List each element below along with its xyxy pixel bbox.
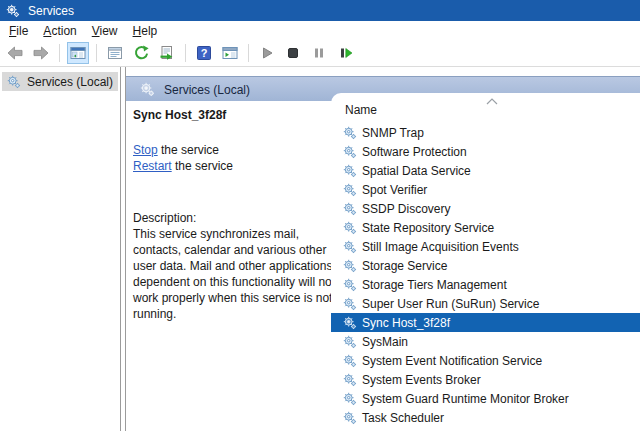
- service-gear-icon: [343, 145, 357, 159]
- menu-help[interactable]: Help: [133, 24, 158, 38]
- back-button[interactable]: [4, 42, 26, 64]
- forward-button[interactable]: [30, 42, 52, 64]
- stop-line: Stop the service: [133, 142, 342, 158]
- menu-file[interactable]: File: [9, 24, 28, 38]
- service-name: Storage Service: [362, 259, 447, 273]
- service-row[interactable]: System Guard Runtime Monitor Broker: [331, 389, 640, 408]
- service-gear-icon: [343, 316, 357, 330]
- stop-service-link[interactable]: Stop: [133, 143, 158, 157]
- service-gear-icon: [343, 183, 357, 197]
- restart-service-button[interactable]: [334, 42, 356, 64]
- service-name: Software Protection: [362, 145, 467, 159]
- service-gear-icon: [343, 240, 357, 254]
- service-name: Super User Run (SuRun) Service: [362, 297, 539, 311]
- console-tree-icon: [70, 45, 86, 61]
- refresh-button[interactable]: [130, 42, 152, 64]
- service-gear-icon: [343, 221, 357, 235]
- pause-service-button[interactable]: [308, 42, 330, 64]
- service-name: Sync Host_3f28f: [362, 316, 450, 330]
- extended-view-panel: Sync Host_3f28f Stop the service Restart…: [126, 101, 342, 431]
- service-list: SNMP Trap Software Protection Spatial Da…: [331, 123, 640, 431]
- menu-action[interactable]: Action: [43, 24, 76, 38]
- stop-service-button[interactable]: [282, 42, 304, 64]
- start-service-button[interactable]: [256, 42, 278, 64]
- toolbar-separator: [185, 44, 186, 62]
- name-column-header[interactable]: Name: [345, 103, 377, 117]
- service-row[interactable]: SysMain: [331, 332, 640, 351]
- export-list-icon: [159, 45, 175, 61]
- service-gear-icon: [343, 373, 357, 387]
- service-row[interactable]: Super User Run (SuRun) Service: [331, 294, 640, 313]
- service-name: Storage Tiers Management: [362, 278, 507, 292]
- service-gear-icon: [343, 297, 357, 311]
- service-name: System Event Notification Service: [362, 354, 542, 368]
- start-service-icon: [259, 45, 275, 61]
- restart-line: Restart the service: [133, 158, 342, 174]
- sort-ascending-icon: [486, 98, 498, 105]
- titlebar[interactable]: Services: [0, 0, 640, 21]
- service-row[interactable]: Storage Tiers Management: [331, 275, 640, 294]
- description-label: Description:: [133, 210, 342, 226]
- service-name: SSDP Discovery: [362, 202, 450, 216]
- tree-item-label: Services (Local): [27, 75, 113, 89]
- show-action-pane-button[interactable]: [219, 42, 241, 64]
- service-actions: Stop the service Restart the service: [133, 142, 342, 174]
- selected-service-title: Sync Host_3f28f: [133, 108, 342, 122]
- toolbar: ?: [0, 40, 640, 67]
- service-gear-icon: [343, 126, 357, 140]
- toolbar-separator: [248, 44, 249, 62]
- service-row[interactable]: Task Scheduler: [331, 408, 640, 427]
- service-name: System Events Broker: [362, 373, 481, 387]
- service-row[interactable]: Spatial Data Service: [331, 161, 640, 180]
- service-name: System Guard Runtime Monitor Broker: [362, 392, 569, 406]
- service-row[interactable]: System Events Broker: [331, 370, 640, 389]
- service-row[interactable]: Sync Host_3f28f: [331, 313, 640, 332]
- service-row[interactable]: SSDP Discovery: [331, 199, 640, 218]
- tree-item-services-local[interactable]: Services (Local): [2, 72, 118, 91]
- console-tree-pane: Services (Local): [0, 67, 121, 431]
- restart-line-text: the service: [172, 159, 233, 173]
- service-name: SNMP Trap: [362, 126, 424, 140]
- service-row[interactable]: Still Image Acquisition Events: [331, 237, 640, 256]
- service-gear-icon: [343, 411, 357, 425]
- pane-header-gear-icon: [140, 82, 155, 97]
- help-button[interactable]: ?: [193, 42, 215, 64]
- service-gear-icon: [343, 202, 357, 216]
- services-app-icon: [6, 4, 20, 18]
- action-pane-icon: [222, 45, 238, 61]
- properties-icon: [107, 45, 123, 61]
- menu-view[interactable]: View: [92, 24, 118, 38]
- service-name: Still Image Acquisition Events: [362, 240, 519, 254]
- svg-text:?: ?: [201, 47, 208, 59]
- toolbar-separator: [59, 44, 60, 62]
- list-header: Name: [331, 93, 640, 123]
- service-name: Task Scheduler: [362, 411, 444, 425]
- toolbar-separator: [96, 44, 97, 62]
- services-window: Services File Action View Help ?: [0, 0, 640, 431]
- forward-icon: [33, 45, 49, 61]
- service-row[interactable]: Spot Verifier: [331, 180, 640, 199]
- service-gear-icon: [343, 392, 357, 406]
- service-row[interactable]: Software Protection: [331, 142, 640, 161]
- restart-service-icon: [337, 45, 353, 61]
- service-gear-icon: [343, 335, 357, 349]
- service-list-panel: Name SNMP Trap Software Protection Spati…: [331, 93, 640, 431]
- service-row[interactable]: SNMP Trap: [331, 123, 640, 142]
- show-console-tree-button[interactable]: [67, 42, 89, 64]
- pause-service-icon: [311, 45, 327, 61]
- services-local-pane: Services (Local) Sync Host_3f28f Stop th…: [125, 67, 640, 431]
- pane-header-title: Services (Local): [164, 83, 250, 97]
- restart-service-link[interactable]: Restart: [133, 159, 172, 173]
- export-list-button[interactable]: [156, 42, 178, 64]
- service-gear-icon: [343, 164, 357, 178]
- window-title: Services: [28, 4, 74, 18]
- stop-service-icon: [285, 45, 301, 61]
- properties-button[interactable]: [104, 42, 126, 64]
- service-gear-icon: [343, 259, 357, 273]
- help-icon: ?: [196, 45, 212, 61]
- back-icon: [7, 45, 23, 61]
- service-gear-icon: [343, 278, 357, 292]
- service-row[interactable]: Storage Service: [331, 256, 640, 275]
- service-row[interactable]: State Repository Service: [331, 218, 640, 237]
- service-row[interactable]: System Event Notification Service: [331, 351, 640, 370]
